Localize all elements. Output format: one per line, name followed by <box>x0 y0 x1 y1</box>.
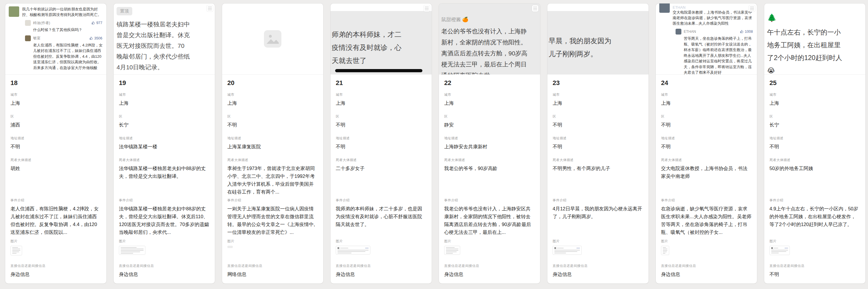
field-value-city: 上海 <box>227 99 318 107</box>
screenshot-text-line: 通的隔离医院去世 <box>441 70 540 75</box>
screenshot-text-line: 离酒店后差点转去方舱，90岁高 <box>441 48 540 59</box>
record-card[interactable]: ETHAN交大电院退休教授，上海书协会员，书法家吴中南老师在急诊病逝，缺少氧气等… <box>656 3 757 284</box>
thumb-avatar <box>771 247 773 249</box>
card-cover-screenshot: 置顶镇路某楼一楼独居老夫妇中曾是交大出版社翻译。休克医无对接医院而去世。70晚敲… <box>114 3 215 75</box>
expand-record-button[interactable] <box>207 5 213 11</box>
field-label-district: 区 <box>770 114 860 119</box>
card-cover-screenshot: 我几十年前就认识的一位胡姓朋友也是因为封控、核酸检测等原因没有得到及时救治而死亡… <box>5 3 106 75</box>
record-number: 25 <box>770 79 860 87</box>
record-number: 21 <box>336 79 427 87</box>
pinned-tag: 置顶 <box>117 7 132 15</box>
record-card[interactable]: 早晨，我的朋友因为儿子刚刚两岁。23城市上海区不明地址描述不明死者大体描述不明男… <box>547 3 649 284</box>
field-label-district: 区 <box>10 114 101 119</box>
poster-avatar <box>659 3 670 13</box>
attachment-thumbnail[interactable] <box>119 246 145 255</box>
field-label-image: 图片 <box>553 239 643 244</box>
field-label-deceased: 死者大体描述 <box>444 158 535 162</box>
field-label-direct: 直接信息还是间接信息 <box>661 264 752 268</box>
field-label-image: 图片 <box>10 239 101 244</box>
redaction-bar <box>335 69 422 72</box>
field-label-district: 区 <box>336 114 427 119</box>
field-value-deceased: 不明男性，有个两岁的儿子 <box>553 165 643 172</box>
orange-emoji: 🍊 <box>462 17 468 22</box>
field-value-direct: 身边信息 <box>336 270 427 278</box>
screenshot-text-line: 4月10日晚记录。 <box>117 62 215 73</box>
post: ETHAN交大电院退休教授，上海书协会员，书法家吴中南老师在急诊病逝，缺少氧气等… <box>659 6 754 26</box>
field-value-address: 不明 <box>10 143 101 151</box>
expand-record-button[interactable] <box>424 5 430 11</box>
attachment-thumbnail[interactable] <box>10 246 22 255</box>
post: 我几十年前就认识的一位胡姓朋友也是因为封控、核酸检测等原因没有得到及时救治而死亡… <box>9 6 103 17</box>
attachment-thumbnail[interactable] <box>227 246 233 248</box>
record-card[interactable]: 🌲午十点左右，长宁的一小地务工阿姨，在出租屋里了2个小时的120赶到时人😭25城… <box>764 3 865 284</box>
field-label-address: 地址描述 <box>10 136 101 140</box>
field-label-image: 图片 <box>336 239 427 244</box>
post-text: 我几十年前就认识的一位胡姓朋友也是因为封控、核酸检测等原因没有得到及时救治而死亡… <box>22 6 103 17</box>
field-label-image: 图片 <box>770 239 860 244</box>
record-card[interactable]: 师弟的本科师妹，才二疫情没有及时就诊，心天就去世了21城市上海区不明地址描述不明… <box>331 3 432 284</box>
field-value-direct: 身边信息 <box>10 270 101 278</box>
field-value-district: 不明 <box>227 121 318 129</box>
field-label-address: 地址描述 <box>770 136 860 140</box>
screenshot-text: 午十点左右，长宁的一小地务工阿姨，在出租屋里了2个小时的120赶到时人😭 <box>767 26 865 75</box>
field-label-image: 图片 <box>444 239 535 244</box>
expand-record-button[interactable] <box>749 5 755 11</box>
record-number: 20 <box>227 79 318 87</box>
field-value-direct: 身边信息 <box>444 270 535 278</box>
field-label-district: 区 <box>661 114 752 119</box>
field-value-address: 不明 <box>553 143 643 151</box>
screenshot-text-line: 儿子刚刚两岁。 <box>549 47 649 60</box>
screenshot-text-line: 了2个小时的120赶到时人 <box>767 51 865 64</box>
attachment-thumbnail[interactable] <box>444 246 460 255</box>
record-card[interactable]: 20城市上海区不明地址描述上海某康复医院死者大体描述李昶生于1973年，曾就读于… <box>222 3 323 284</box>
field-value-direct: 网络信息 <box>227 270 318 278</box>
expand-record-button[interactable] <box>532 5 538 11</box>
attachment-thumbnail[interactable] <box>661 246 669 255</box>
field-value-address: 不明 <box>336 143 427 151</box>
field-label-district: 区 <box>227 114 318 119</box>
attachment-thumbnail[interactable] <box>770 246 790 255</box>
field-label-direct: 直接信息还是间接信息 <box>553 264 643 268</box>
field-label-deceased: 死者大体描述 <box>119 158 210 162</box>
card-cover-screenshot: 鼠甜橙酱🍊老公的爷爷也没有计入，上海静新村，全家阴的情况下他阳性。离酒店后差点转… <box>439 3 540 75</box>
field-value-city: 上海 <box>661 99 752 107</box>
comment-text: 什么时候？生了其他疾病吗？ <box>33 27 103 33</box>
field-label-city: 城市 <box>227 93 318 97</box>
screenshot-text-line: 早晨，我的朋友因为 <box>549 34 649 47</box>
screenshot-text-line: 疫情没有及时就诊，心 <box>332 41 432 54</box>
field-value-city: 上海 <box>553 99 643 107</box>
field-value-deceased: 50岁的外地务工阿姨 <box>770 165 860 172</box>
field-value-event: 法华镇路某楼一楼独居老夫妇中88岁的丈夫，曾经是交大出版社翻译。休克后110、1… <box>119 205 210 236</box>
card-gallery: 我几十年前就认识的一位胡姓朋友也是因为封控、核酸检测等原因没有得到及时救治而死亡… <box>0 0 868 284</box>
screenshot-text-line: 老公的爷爷也没有计入，上海静 <box>441 26 540 37</box>
thumbs-up-icon <box>740 30 744 33</box>
record-card[interactable]: 置顶镇路某楼一楼独居老夫妇中曾是交大出版社翻译。休克医无对接医院而去世。70晚敲… <box>114 3 215 284</box>
field-value-district: 长宁 <box>770 121 860 129</box>
screenshot-text: 老公的爷爷也没有计入，上海静新村，全家阴的情况下他阳性。离酒店后差点转去方舱，9… <box>441 26 540 75</box>
field-label-deceased: 死者大体描述 <box>553 158 643 162</box>
thumbs-up-icon <box>92 21 95 25</box>
field-value-deceased: 我老公的爷爷，90岁高龄 <box>444 165 535 172</box>
record-card[interactable]: 鼠甜橙酱🍊老公的爷爷也没有计入，上海静新村，全家阴的情况下他阳性。离酒店后差点转… <box>439 3 540 284</box>
comment: 柿油(作者)977什么时候？生了其他疾病吗？ <box>25 20 103 33</box>
field-label-city: 城市 <box>770 93 860 97</box>
like-number: 3506 <box>94 36 102 40</box>
card-cover-screenshot: 🌲午十点左右，长宁的一小地务工阿姨，在出租屋里了2个小时的120赶到时人😭 <box>764 3 865 75</box>
attachment-thumbnail[interactable] <box>553 246 582 255</box>
field-value-district: 不明 <box>661 121 752 129</box>
field-label-deceased: 死者大体描述 <box>336 158 427 162</box>
field-value-address: 不明 <box>770 143 860 151</box>
screenshot-text-line: 曾是交大出版社翻译。休克 <box>117 30 215 40</box>
card-cover-screenshot: ETHAN交大电院退休教授，上海书协会员，书法家吴中南老师在急诊病逝，缺少氧气等… <box>656 3 757 75</box>
like-count[interactable]: 1008 <box>740 30 754 34</box>
attachment-thumbnail[interactable] <box>336 246 370 254</box>
record-card[interactable]: 我几十年前就认识的一位胡姓朋友也是因为封控、核酸检测等原因没有得到及时救治而死亡… <box>5 3 106 284</box>
card-cover-placeholder <box>222 3 323 75</box>
like-count[interactable]: 977 <box>92 21 103 25</box>
field-value-direct: 身边信息 <box>661 270 752 278</box>
like-count[interactable]: 3506 <box>90 36 103 40</box>
comment-text: 苦等两天，坐在急诊角落的椅子上，打吊瓶、吸氧气（被封控的子女设法送去的，杯水车薪… <box>684 36 754 75</box>
field-value-address: 法华镇路某楼一楼 <box>119 143 210 151</box>
record-number: 19 <box>119 79 210 87</box>
field-value-event: 4月12日早晨，我的朋友因为心梗永远离开了，儿子刚刚两岁。 <box>553 205 643 220</box>
